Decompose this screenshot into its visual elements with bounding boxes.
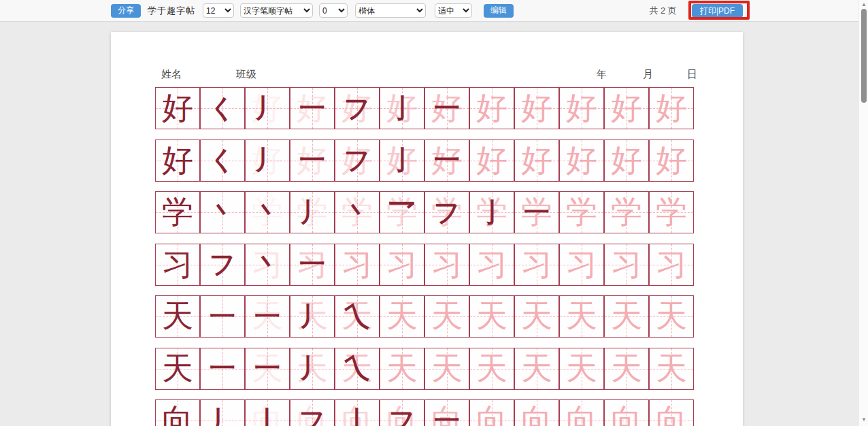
stroke-glyph: フ — [425, 192, 469, 233]
ghost-character: 好 — [515, 140, 558, 181]
grid-cell: 习丶 — [245, 244, 290, 286]
toolbar-right-group: 共 2 页 打印|PDF — [649, 0, 743, 22]
stroke-glyph: く — [201, 140, 244, 181]
grid-cell: 天 — [604, 348, 649, 390]
ghost-character: 向 — [470, 400, 514, 426]
grid-cell: 习 — [469, 244, 514, 286]
grid-cell: 天 — [380, 348, 424, 390]
copybook-type-select[interactable]: 汉字笔顺字帖 — [240, 3, 313, 18]
grid-cell: 好一 — [424, 87, 469, 129]
stroke-glyph: 一 — [201, 348, 244, 389]
ghost-character: 好 — [650, 88, 693, 129]
grid-cell: 习一 — [290, 244, 335, 286]
grid-cell: 习 — [514, 244, 559, 286]
sheet-header: 姓名 班级 年 月 日 — [111, 68, 743, 83]
stroke-glyph: 一 — [290, 88, 334, 129]
grid-cell: 向 — [469, 399, 514, 426]
stroke-glyph: 丿 — [290, 192, 334, 233]
grid-cell: 好 — [514, 140, 559, 182]
grid-cell: 天一 — [245, 348, 290, 390]
ghost-character: 向 — [560, 400, 603, 426]
character-glyph: 学 — [156, 192, 199, 233]
stroke-glyph: 一 — [246, 296, 289, 337]
scroll-down-icon[interactable]: ▼ — [859, 416, 868, 424]
grid-cell: 丶 — [200, 191, 245, 233]
grid-cell: 向一 — [424, 399, 469, 426]
ghost-character: 习 — [425, 244, 469, 285]
typeface-select[interactable]: 楷体 — [355, 3, 426, 18]
grid-cell: 好 — [514, 87, 559, 129]
grid-cell: 天丿 — [290, 348, 335, 390]
grid-cell: 好 — [604, 140, 649, 182]
stroke-glyph: 丿 — [201, 400, 244, 426]
practice-grid: 好く好丿好一好フ好亅好一好好好好好好く好丿好一好フ好亅好一好好好好好学丶学丶学丿… — [155, 87, 694, 426]
ghost-character: 学 — [560, 192, 603, 233]
ghost-character: 天 — [425, 348, 469, 389]
stroke-glyph: 一 — [425, 400, 469, 426]
ghost-character: 习 — [560, 244, 603, 285]
stroke-glyph: 丿 — [290, 296, 334, 337]
grid-cell: 学フ — [424, 191, 469, 233]
grid-cell: 学 — [559, 191, 604, 233]
stroke-glyph: 一 — [290, 140, 334, 181]
ghost-character: 天 — [470, 296, 514, 337]
stroke-glyph: 一 — [290, 244, 334, 285]
grid-cell: 好 — [649, 140, 694, 182]
grid-cell: 天 — [559, 295, 604, 338]
grid-cell: 学 — [604, 191, 649, 233]
grid-cell: 天乀 — [335, 348, 380, 390]
page-count-label: 共 2 页 — [649, 5, 676, 17]
class-label: 班级 — [236, 68, 256, 81]
ghost-character: 习 — [515, 244, 558, 285]
stroke-glyph: 乀 — [335, 348, 379, 389]
character-glyph: 好 — [156, 140, 199, 181]
ghost-character: 向 — [515, 400, 558, 426]
grid-cell: 好 — [469, 87, 514, 129]
ghost-character: 习 — [380, 244, 424, 285]
grid-cell: 好一 — [424, 140, 469, 182]
edit-button[interactable]: 编辑 — [484, 4, 514, 18]
grid-cell: 一 — [200, 348, 245, 390]
grid-cell: 一 — [200, 295, 245, 338]
stroke-glyph: 亅 — [470, 192, 514, 233]
scrollbar[interactable]: ▲ ▼ — [858, 0, 868, 426]
scroll-up-icon[interactable]: ▲ — [859, 1, 868, 9]
stroke-glyph: 丶 — [335, 192, 379, 233]
grid-cell: 习 — [604, 244, 649, 286]
density-select[interactable]: 适中 — [435, 3, 472, 18]
stroke-glyph: 丨 — [335, 400, 379, 426]
worksheet-page: 姓名 班级 年 月 日 好く好丿好一好フ好亅好一好好好好好好く好丿好一好フ好亅好… — [111, 32, 743, 426]
grid-cell: 向 — [155, 399, 200, 426]
font-size-select[interactable]: 12 — [203, 3, 234, 18]
grid-cell: 习 — [649, 244, 694, 286]
grid-cell: 天 — [424, 295, 469, 338]
grid-cell: 好丿 — [245, 140, 290, 182]
stroke-glyph: フ — [290, 400, 334, 426]
grid-row: 天一天一天丿天乀天天天天天天天 — [155, 295, 694, 338]
ghost-character: 习 — [470, 244, 514, 285]
grid-cell: 好フ — [335, 87, 380, 129]
grid-cell: 天一 — [245, 295, 290, 338]
ghost-character: 天 — [425, 296, 469, 337]
character-glyph: 天 — [156, 296, 199, 337]
grid-cell: フ — [200, 244, 245, 286]
grid-cell: 天 — [380, 295, 424, 338]
ghost-character: 天 — [650, 348, 693, 389]
ghost-character: 好 — [515, 88, 558, 129]
grid-cell: 学丶 — [245, 191, 290, 233]
stroke-glyph: フ — [201, 244, 244, 285]
grid-row: 习フ习丶习一习习习习习习习习 — [155, 244, 694, 286]
ghost-character: 天 — [605, 348, 648, 389]
number-select[interactable]: 0 — [319, 3, 348, 18]
share-button[interactable]: 分享 — [111, 4, 141, 18]
grid-cell: 好 — [649, 87, 694, 129]
ghost-character: 好 — [470, 140, 514, 181]
toolbar-left-group: 分享 学于趣字帖 12 汉字笔顺字帖 0 楷体 适中 编辑 — [111, 3, 514, 18]
print-pdf-button[interactable]: 打印|PDF — [692, 4, 743, 18]
main-area: 姓名 班级 年 月 日 好く好丿好一好フ好亅好一好好好好好好く好丿好一好フ好亅好… — [0, 22, 868, 426]
ghost-character: 天 — [515, 348, 558, 389]
grid-cell: 天 — [514, 295, 559, 338]
site-title: 学于趣字帖 — [148, 5, 195, 17]
scrollbar-thumb[interactable] — [861, 9, 867, 103]
grid-cell: 天 — [155, 348, 200, 390]
